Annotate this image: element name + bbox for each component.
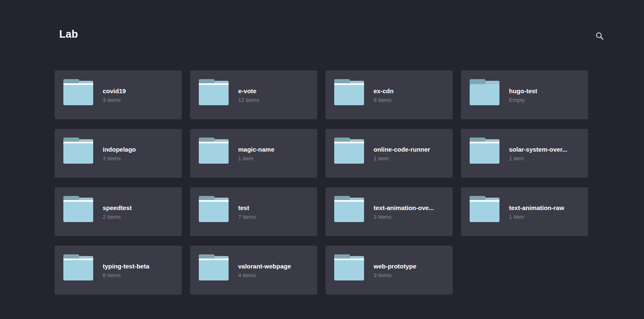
folder-item-count: 6 items (103, 272, 150, 279)
search-icon (595, 31, 604, 41)
folder-card[interactable]: test 7 items (190, 187, 317, 236)
folder-item-count: 1 item (509, 214, 564, 220)
folder-card-text: test 7 items (238, 204, 262, 220)
folder-grid: covid19 3 items e-vote 12 items ex-cdn 6… (55, 70, 588, 295)
folder-icon (334, 196, 364, 222)
folder-card-text: ex-cdn 6 items (374, 87, 399, 104)
folder-name: speedtest (103, 204, 132, 212)
folder-name: typing-test-beta (103, 263, 150, 270)
folder-card-text: typing-test-beta 6 items (103, 263, 155, 279)
folder-name: covid19 (103, 87, 126, 95)
folder-name: web-prototype (374, 263, 416, 270)
folder-icon (199, 196, 229, 222)
folder-card[interactable]: solar-system-over... 1 item (461, 129, 588, 178)
folder-item-count: 3 items (374, 214, 434, 220)
folder-card-text: valorant-webpage 4 items (238, 263, 297, 279)
folder-name: e-vote (238, 87, 259, 95)
folder-icon (63, 79, 93, 105)
folder-card-text: covid19 3 items (103, 87, 132, 104)
folder-item-count: 1 item (509, 155, 567, 162)
folder-card-text: hugo-test Empty (509, 87, 543, 104)
folder-card-text: e-vote 12 items (238, 87, 265, 104)
folder-card-text: solar-system-over... 1 item (509, 146, 573, 162)
folder-card-text: web-prototype 3 items (374, 263, 422, 279)
folder-card[interactable]: magic-name 1 item (190, 129, 317, 178)
folder-name: text-animation-raw (509, 204, 564, 212)
folder-icon (199, 138, 229, 164)
folder-card[interactable]: online-code-runner 1 item (326, 129, 453, 178)
folder-item-count: 7 items (238, 214, 256, 220)
folder-name: indopelago (103, 146, 136, 153)
folder-card-text: text-animation-raw 1 item (509, 204, 570, 220)
folder-name: ex-cdn (374, 87, 393, 95)
folder-card[interactable]: ex-cdn 6 items (326, 70, 453, 119)
folder-item-count: 3 items (103, 155, 136, 162)
folder-name: test (238, 204, 256, 212)
folder-icon (470, 196, 499, 222)
folder-card[interactable]: indopelago 3 items (55, 129, 182, 178)
folder-item-count: 2 items (103, 214, 132, 220)
folder-item-count: 4 items (238, 272, 291, 279)
folder-card[interactable]: speedtest 2 items (55, 187, 182, 236)
folder-icon (470, 79, 499, 105)
search-button[interactable] (593, 29, 607, 43)
folder-item-count: 6 items (374, 97, 393, 104)
folder-card[interactable]: web-prototype 3 items (326, 246, 453, 295)
folder-name: text-animation-ove... (374, 204, 434, 212)
folder-item-count: 12 items (238, 97, 259, 104)
folder-card-text: indopelago 3 items (103, 146, 142, 162)
folder-card-text: magic-name 1 item (238, 146, 280, 162)
folder-icon (199, 254, 229, 280)
folder-card[interactable]: typing-test-beta 6 items (55, 246, 182, 295)
folder-icon (334, 254, 364, 280)
folder-icon (63, 254, 93, 280)
folder-card[interactable]: text-animation-ove... 3 items (326, 187, 453, 236)
folder-item-count: 1 item (238, 155, 275, 162)
folder-icon (63, 138, 93, 164)
page-title: Lab (59, 28, 78, 40)
folder-item-count: 3 items (103, 97, 126, 104)
folder-card[interactable]: text-animation-raw 1 item (461, 187, 588, 236)
folder-item-count: Empty (509, 97, 537, 104)
folder-icon (199, 79, 229, 105)
folder-icon (334, 79, 364, 105)
folder-name: online-code-runner (374, 146, 430, 153)
folder-card[interactable]: hugo-test Empty (461, 70, 588, 119)
folder-icon (334, 138, 364, 164)
folder-card-text: speedtest 2 items (103, 204, 137, 220)
folder-icon (63, 196, 93, 222)
folder-card-text: online-code-runner 1 item (374, 146, 436, 162)
folder-item-count: 1 item (374, 155, 430, 162)
folder-card-text: text-animation-ove... 3 items (374, 204, 440, 220)
folder-name: valorant-webpage (238, 263, 291, 270)
folder-name: magic-name (238, 146, 275, 153)
folder-card[interactable]: e-vote 12 items (190, 70, 317, 119)
folder-name: solar-system-over... (509, 146, 567, 153)
folder-name: hugo-test (509, 87, 537, 95)
folder-card[interactable]: covid19 3 items (55, 70, 182, 119)
folder-item-count: 3 items (374, 272, 416, 279)
folder-card[interactable]: valorant-webpage 4 items (190, 246, 317, 295)
folder-icon (470, 138, 499, 164)
